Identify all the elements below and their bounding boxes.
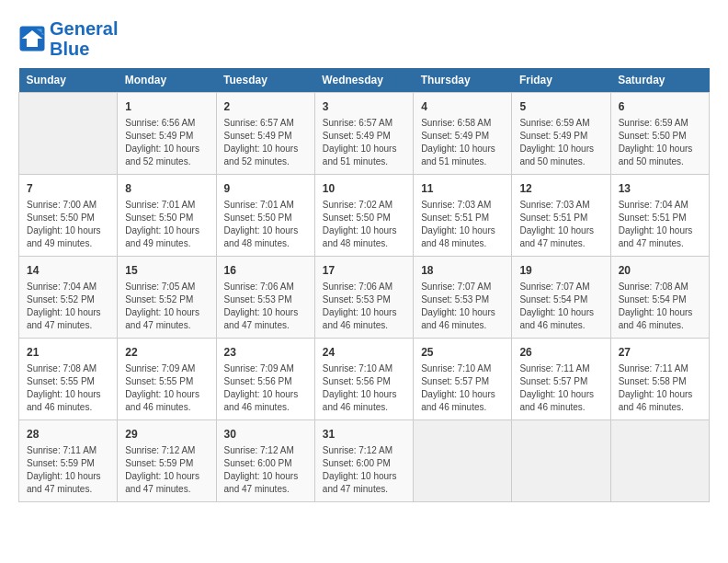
calendar-cell: 28Sunrise: 7:11 AM Sunset: 5:59 PM Dayli… [19, 420, 118, 502]
day-info: Sunrise: 7:08 AM Sunset: 5:54 PM Dayligh… [619, 281, 701, 332]
day-number: 18 [421, 262, 504, 279]
calendar-week: 1Sunrise: 6:56 AM Sunset: 5:49 PM Daylig… [19, 93, 710, 175]
calendar-cell: 4Sunrise: 6:58 AM Sunset: 5:49 PM Daylig… [414, 93, 512, 175]
logo: General Blue [18, 18, 118, 59]
calendar-cell: 21Sunrise: 7:08 AM Sunset: 5:55 PM Dayli… [19, 339, 118, 420]
day-info: Sunrise: 7:06 AM Sunset: 5:53 PM Dayligh… [323, 281, 405, 332]
calendar-header: SundayMondayTuesdayWednesdayThursdayFrid… [19, 68, 710, 93]
calendar-cell: 3Sunrise: 6:57 AM Sunset: 5:49 PM Daylig… [314, 93, 413, 175]
calendar-cell: 18Sunrise: 7:07 AM Sunset: 5:53 PM Dayli… [414, 257, 512, 339]
day-number: 31 [323, 426, 405, 442]
calendar-cell: 30Sunrise: 7:12 AM Sunset: 6:00 PM Dayli… [216, 420, 314, 502]
day-info: Sunrise: 7:05 AM Sunset: 5:52 PM Dayligh… [125, 281, 208, 332]
calendar-week: 21Sunrise: 7:08 AM Sunset: 5:55 PM Dayli… [19, 339, 710, 420]
calendar-cell: 27Sunrise: 7:11 AM Sunset: 5:58 PM Dayli… [610, 339, 709, 420]
day-info: Sunrise: 6:57 AM Sunset: 5:49 PM Dayligh… [224, 117, 307, 168]
calendar-cell: 29Sunrise: 7:12 AM Sunset: 5:59 PM Dayli… [118, 420, 216, 502]
day-info: Sunrise: 6:58 AM Sunset: 5:49 PM Dayligh… [421, 117, 504, 168]
day-number: 5 [519, 98, 602, 115]
day-number: 12 [519, 180, 602, 197]
day-number: 1 [125, 98, 208, 115]
day-number: 24 [323, 344, 405, 361]
day-number: 20 [619, 262, 701, 279]
weekday-header: Thursday [414, 68, 512, 93]
calendar-cell: 19Sunrise: 7:07 AM Sunset: 5:54 PM Dayli… [512, 257, 610, 339]
calendar-cell: 11Sunrise: 7:03 AM Sunset: 5:51 PM Dayli… [414, 175, 512, 257]
day-info: Sunrise: 7:10 AM Sunset: 5:56 PM Dayligh… [323, 362, 405, 414]
calendar-cell: 7Sunrise: 7:00 AM Sunset: 5:50 PM Daylig… [19, 175, 118, 257]
calendar-cell: 31Sunrise: 7:12 AM Sunset: 6:00 PM Dayli… [314, 420, 413, 502]
day-info: Sunrise: 7:12 AM Sunset: 5:59 PM Dayligh… [125, 444, 208, 496]
day-info: Sunrise: 7:03 AM Sunset: 5:51 PM Dayligh… [421, 199, 504, 250]
day-info: Sunrise: 7:07 AM Sunset: 5:54 PM Dayligh… [519, 281, 602, 332]
calendar-cell: 20Sunrise: 7:08 AM Sunset: 5:54 PM Dayli… [610, 257, 709, 339]
day-info: Sunrise: 7:11 AM Sunset: 5:58 PM Dayligh… [619, 362, 701, 414]
calendar-cell [19, 93, 118, 175]
day-number: 10 [323, 180, 405, 197]
day-number: 22 [125, 344, 208, 361]
calendar-cell: 22Sunrise: 7:09 AM Sunset: 5:55 PM Dayli… [118, 339, 216, 420]
calendar-cell: 17Sunrise: 7:06 AM Sunset: 5:53 PM Dayli… [314, 257, 413, 339]
day-number: 15 [125, 262, 208, 279]
logo-icon [18, 25, 46, 52]
day-number: 29 [125, 426, 208, 442]
calendar-cell: 23Sunrise: 7:09 AM Sunset: 5:56 PM Dayli… [216, 339, 314, 420]
calendar-week: 14Sunrise: 7:04 AM Sunset: 5:52 PM Dayli… [19, 257, 710, 339]
calendar-cell: 8Sunrise: 7:01 AM Sunset: 5:50 PM Daylig… [118, 175, 216, 257]
day-info: Sunrise: 7:07 AM Sunset: 5:53 PM Dayligh… [421, 281, 504, 332]
day-number: 19 [519, 262, 602, 279]
day-number: 23 [224, 344, 307, 361]
day-number: 13 [619, 180, 701, 197]
calendar-cell: 14Sunrise: 7:04 AM Sunset: 5:52 PM Dayli… [19, 257, 118, 339]
calendar-cell [414, 420, 512, 502]
calendar-cell: 24Sunrise: 7:10 AM Sunset: 5:56 PM Dayli… [314, 339, 413, 420]
day-number: 16 [224, 262, 307, 279]
day-number: 6 [619, 98, 701, 115]
day-number: 17 [323, 262, 405, 279]
day-number: 3 [323, 98, 405, 115]
day-info: Sunrise: 7:12 AM Sunset: 6:00 PM Dayligh… [323, 444, 405, 496]
day-info: Sunrise: 6:56 AM Sunset: 5:49 PM Dayligh… [125, 117, 208, 168]
day-info: Sunrise: 6:59 AM Sunset: 5:50 PM Dayligh… [619, 117, 701, 168]
day-info: Sunrise: 7:02 AM Sunset: 5:50 PM Dayligh… [323, 199, 405, 250]
day-info: Sunrise: 7:09 AM Sunset: 5:56 PM Dayligh… [224, 362, 307, 414]
calendar-cell: 15Sunrise: 7:05 AM Sunset: 5:52 PM Dayli… [118, 257, 216, 339]
day-info: Sunrise: 7:12 AM Sunset: 6:00 PM Dayligh… [224, 444, 307, 496]
calendar-cell: 16Sunrise: 7:06 AM Sunset: 5:53 PM Dayli… [216, 257, 314, 339]
calendar-cell [610, 420, 709, 502]
day-info: Sunrise: 7:01 AM Sunset: 5:50 PM Dayligh… [125, 199, 208, 250]
day-number: 4 [421, 98, 504, 115]
day-info: Sunrise: 7:03 AM Sunset: 5:51 PM Dayligh… [519, 199, 602, 250]
day-info: Sunrise: 7:11 AM Sunset: 5:57 PM Dayligh… [519, 362, 602, 414]
calendar-cell: 2Sunrise: 6:57 AM Sunset: 5:49 PM Daylig… [216, 93, 314, 175]
day-info: Sunrise: 7:04 AM Sunset: 5:52 PM Dayligh… [27, 281, 109, 332]
weekday-header: Wednesday [314, 68, 413, 93]
calendar-cell: 9Sunrise: 7:01 AM Sunset: 5:50 PM Daylig… [216, 175, 314, 257]
calendar-cell: 12Sunrise: 7:03 AM Sunset: 5:51 PM Dayli… [512, 175, 610, 257]
day-number: 8 [125, 180, 208, 197]
weekday-header: Friday [512, 68, 610, 93]
day-number: 25 [421, 344, 504, 361]
day-info: Sunrise: 6:57 AM Sunset: 5:49 PM Dayligh… [323, 117, 405, 168]
day-info: Sunrise: 7:11 AM Sunset: 5:59 PM Dayligh… [27, 444, 109, 496]
day-info: Sunrise: 7:08 AM Sunset: 5:55 PM Dayligh… [27, 362, 109, 414]
weekday-header: Saturday [610, 68, 709, 93]
day-info: Sunrise: 7:10 AM Sunset: 5:57 PM Dayligh… [421, 362, 504, 414]
calendar-cell: 13Sunrise: 7:04 AM Sunset: 5:51 PM Dayli… [610, 175, 709, 257]
day-info: Sunrise: 7:01 AM Sunset: 5:50 PM Dayligh… [224, 199, 307, 250]
day-number: 27 [619, 344, 701, 361]
day-info: Sunrise: 6:59 AM Sunset: 5:49 PM Dayligh… [519, 117, 602, 168]
logo-text: General Blue [50, 18, 118, 59]
day-number: 21 [27, 344, 109, 361]
day-number: 28 [27, 426, 109, 442]
calendar-cell: 10Sunrise: 7:02 AM Sunset: 5:50 PM Dayli… [314, 175, 413, 257]
calendar-cell: 5Sunrise: 6:59 AM Sunset: 5:49 PM Daylig… [512, 93, 610, 175]
calendar-cell: 6Sunrise: 6:59 AM Sunset: 5:50 PM Daylig… [610, 93, 709, 175]
weekday-header: Tuesday [216, 68, 314, 93]
page-header: General Blue [18, 18, 710, 59]
day-number: 14 [27, 262, 109, 279]
day-number: 26 [519, 344, 602, 361]
calendar-cell [512, 420, 610, 502]
weekday-header: Monday [118, 68, 216, 93]
calendar-week: 28Sunrise: 7:11 AM Sunset: 5:59 PM Dayli… [19, 420, 710, 502]
